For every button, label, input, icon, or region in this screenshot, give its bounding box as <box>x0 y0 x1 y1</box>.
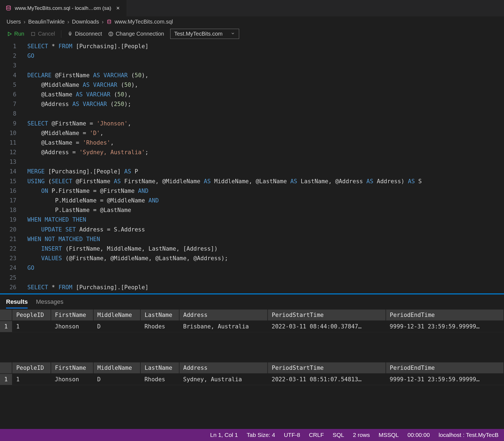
code-line[interactable]: UPDATE SET Address = S.Address <box>27 225 504 234</box>
column-header[interactable]: MiddleName <box>93 362 141 374</box>
code-content[interactable]: SELECT * FROM [Purchasing].[People]GODEC… <box>22 42 504 292</box>
breadcrumb-item[interactable]: BeaulinTwinkle <box>28 19 65 25</box>
code-line[interactable]: @MiddleName = 'D', <box>27 128 504 138</box>
line-number: 8 <box>0 109 16 119</box>
code-line[interactable]: @LastName = 'Rhodes', <box>27 138 504 148</box>
column-header[interactable]: FirstName <box>51 362 93 374</box>
line-number: 10 <box>0 128 16 138</box>
breadcrumb-item[interactable]: www.MyTecBits.com.sql <box>115 19 173 25</box>
table-row[interactable]: 11JhonsonDRhodesBrisbane, Australia2022-… <box>0 321 504 332</box>
chevron-right-icon: › <box>102 19 104 25</box>
column-header[interactable]: PeopleID <box>12 362 51 374</box>
tab-results[interactable]: Results <box>6 298 28 308</box>
column-header[interactable]: PeriodStartTime <box>268 362 386 374</box>
cell[interactable]: 1 <box>12 321 51 332</box>
code-line[interactable]: ON P.FirstName = @FirstName AND <box>27 186 504 196</box>
status-rowcount: 2 rows <box>353 432 370 438</box>
column-header[interactable]: Address <box>179 310 268 321</box>
code-line[interactable]: SELECT * FROM [Purchasing].[People] <box>27 283 504 292</box>
column-header[interactable]: PeopleID <box>12 310 51 321</box>
code-line[interactable]: SELECT @FirstName = 'Jhonson', <box>27 119 504 128</box>
code-line[interactable]: P.MiddleName = @MiddleName AND <box>27 196 504 205</box>
status-eol[interactable]: CRLF <box>309 432 324 438</box>
cell[interactable]: 2022-03-11 08:51:07.54813… <box>268 374 386 385</box>
database-select[interactable]: Test.MyTecBits.com <box>170 29 239 39</box>
tab-title: www.MyTecBits.com.sql - localh…om (sa) <box>15 5 111 11</box>
status-connection[interactable]: localhost : Test.MyTecB <box>439 432 499 438</box>
cell[interactable]: D <box>93 374 141 385</box>
column-header[interactable]: LastName <box>140 362 179 374</box>
disconnect-button[interactable]: Disconnect <box>67 31 102 37</box>
svg-point-3 <box>109 32 113 36</box>
column-header[interactable]: FirstName <box>51 310 93 321</box>
code-line[interactable] <box>27 157 504 167</box>
code-line[interactable]: VALUES (@FirstName, @MiddleName, @LastNa… <box>27 254 504 263</box>
run-button[interactable]: Run <box>7 31 24 37</box>
change-connection-button[interactable]: Change Connection <box>108 31 164 37</box>
tab-messages[interactable]: Messages <box>36 298 63 308</box>
result-grid: PeopleIDFirstNameMiddleNameLastNameAddre… <box>0 362 504 385</box>
code-line[interactable]: INSERT (FirstName, MiddleName, LastName,… <box>27 244 504 254</box>
status-cursor-position[interactable]: Ln 1, Col 1 <box>210 432 238 438</box>
code-line[interactable] <box>27 109 504 119</box>
code-editor[interactable]: 1234567891011121314151617181920212223242… <box>0 42 504 293</box>
status-tab-size[interactable]: Tab Size: 4 <box>247 432 275 438</box>
code-line[interactable]: @Address AS VARCHAR (250); <box>27 99 504 109</box>
line-number: 25 <box>0 273 16 283</box>
status-encoding[interactable]: UTF-8 <box>284 432 300 438</box>
code-line[interactable]: @Address = 'Sydney, Australia'; <box>27 148 504 157</box>
close-icon[interactable]: × <box>115 5 121 12</box>
code-line[interactable]: DECLARE @FirstName AS VARCHAR (50), <box>27 71 504 80</box>
status-language[interactable]: SQL <box>333 432 344 438</box>
line-number: 6 <box>0 90 16 99</box>
result-table[interactable]: PeopleIDFirstNameMiddleNameLastNameAddre… <box>0 362 504 385</box>
breadcrumb-item[interactable]: Users <box>7 19 21 25</box>
cell[interactable]: D <box>93 321 141 332</box>
column-header[interactable]: PeriodEndTime <box>386 362 504 374</box>
cell[interactable]: Jhonson <box>51 374 93 385</box>
line-number: 23 <box>0 254 16 263</box>
svg-rect-2 <box>31 32 35 36</box>
cell[interactable]: Jhonson <box>51 321 93 332</box>
code-line[interactable]: USING (SELECT @FirstName AS FirstName, @… <box>27 177 504 186</box>
code-line[interactable]: MERGE [Purchasing].[People] AS P <box>27 167 504 176</box>
row-number-header <box>0 362 12 374</box>
result-grid: PeopleIDFirstNameMiddleNameLastNameAddre… <box>0 310 504 332</box>
line-number: 21 <box>0 234 16 244</box>
code-line[interactable] <box>27 273 504 283</box>
column-header[interactable]: LastName <box>140 310 179 321</box>
code-line[interactable]: GO <box>27 51 504 61</box>
result-table[interactable]: PeopleIDFirstNameMiddleNameLastNameAddre… <box>0 310 504 332</box>
line-number: 9 <box>0 119 16 128</box>
cell[interactable]: Brisbane, Australia <box>179 321 268 332</box>
swap-icon <box>108 31 114 37</box>
breadcrumb-item[interactable]: Downloads <box>72 19 99 25</box>
cell[interactable]: 1 <box>12 374 51 385</box>
code-line[interactable]: P.LastName = @LastName <box>27 205 504 215</box>
code-line[interactable] <box>27 61 504 70</box>
table-row[interactable]: 11JhonsonDRhodesSydney, Australia2022-03… <box>0 374 504 385</box>
cell[interactable]: 9999-12-31 23:59:59.99999… <box>386 374 504 385</box>
code-line[interactable]: GO <box>27 263 504 273</box>
cell[interactable]: Sydney, Australia <box>179 374 268 385</box>
code-line[interactable]: @LastName AS VARCHAR (50), <box>27 90 504 99</box>
column-header[interactable]: Address <box>179 362 268 374</box>
cell[interactable]: 9999-12-31 23:59:59.99999… <box>386 321 504 332</box>
results-panel: PeopleIDFirstNameMiddleNameLastNameAddre… <box>0 310 504 429</box>
code-line[interactable]: WHEN NOT MATCHED THEN <box>27 234 504 244</box>
editor-tab[interactable]: www.MyTecBits.com.sql - localh…om (sa) × <box>0 0 127 16</box>
disconnect-label: Disconnect <box>75 31 102 37</box>
code-line[interactable]: SELECT * FROM [Purchasing].[People] <box>27 42 504 51</box>
cell[interactable]: Rhodes <box>140 374 179 385</box>
cell[interactable]: Rhodes <box>140 321 179 332</box>
row-number: 1 <box>0 321 12 332</box>
cell[interactable]: 2022-03-11 08:44:00.37847… <box>268 321 386 332</box>
column-header[interactable]: PeriodStartTime <box>268 310 386 321</box>
line-number: 16 <box>0 186 16 196</box>
column-header[interactable]: PeriodEndTime <box>386 310 504 321</box>
status-bar: Ln 1, Col 1 Tab Size: 4 UTF-8 CRLF SQL 2… <box>0 429 504 441</box>
column-header[interactable]: MiddleName <box>93 310 141 321</box>
code-line[interactable]: WHEN MATCHED THEN <box>27 215 504 225</box>
status-server-type: MSSQL <box>379 432 399 438</box>
code-line[interactable]: @MiddleName AS VARCHAR (50), <box>27 80 504 90</box>
